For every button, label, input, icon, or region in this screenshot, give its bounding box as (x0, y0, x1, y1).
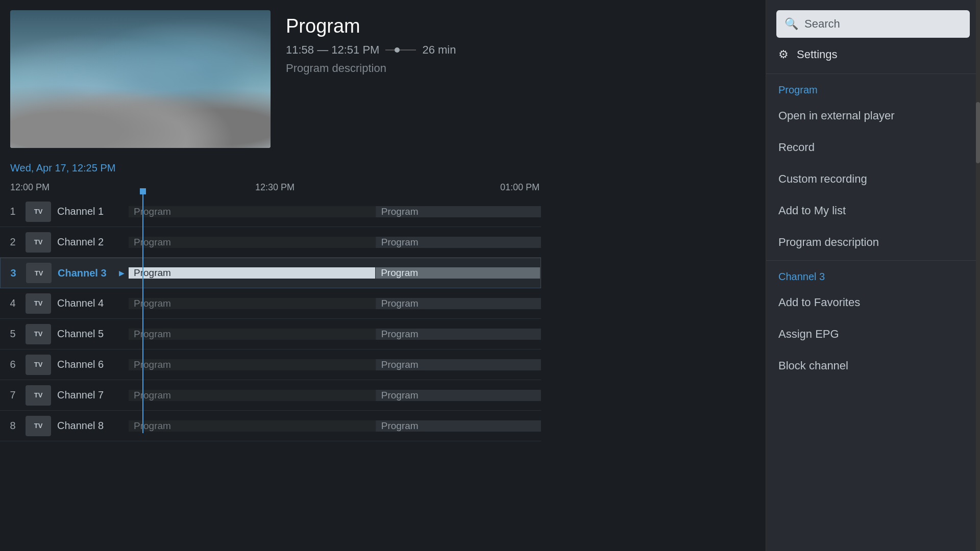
current-time-dot (140, 188, 146, 194)
channel-icon: TV (26, 232, 51, 253)
program-block[interactable]: Program (129, 359, 376, 370)
program-info: Program 11:58 — 12:51 PM 26 min Program … (286, 10, 531, 153)
preview-section: Program 11:58 — 12:51 PM 26 min Program … (0, 0, 541, 158)
context-menu: 🔍 Search ⚙ Settings Program Open in exte… (766, 0, 980, 551)
menu-divider (766, 73, 980, 74)
channel-number: 5 (0, 328, 26, 340)
channel-name: Channel 6 (57, 359, 129, 370)
channel-name: Channel 4 (57, 297, 129, 309)
channel-icon: TV (26, 293, 51, 314)
channel-row[interactable]: 5 TV Channel 5 Program Program (0, 319, 541, 349)
menu-section-program: Program (766, 76, 980, 100)
program-block-active-future[interactable]: Program (376, 267, 541, 279)
channel-number: 2 (0, 236, 26, 248)
search-input-placeholder[interactable]: Search (804, 17, 840, 31)
program-block-active-past[interactable]: Program (129, 267, 376, 279)
time-label-0100: 01:00 PM (500, 182, 540, 193)
channel-name: Channel 1 (57, 206, 129, 217)
menu-item-add-favorites[interactable]: Add to Favorites (766, 287, 980, 318)
play-icon: ▶ (119, 269, 125, 277)
program-title: Program (286, 15, 531, 37)
program-block[interactable]: Program (376, 206, 541, 217)
channel-icon: TV (26, 416, 51, 436)
scrollbar-thumb[interactable] (976, 102, 980, 163)
timeline-row: 12:00 PM 12:30 PM 01:00 PM (10, 178, 541, 196)
active-channel-name: Channel 3 (58, 267, 119, 279)
channel-name: Channel 2 (57, 236, 129, 248)
program-block[interactable]: Program (129, 390, 376, 401)
current-time-indicator (142, 188, 143, 433)
programs-area: Program Program (129, 329, 541, 340)
channel-name: Channel 7 (57, 389, 129, 401)
channel-row[interactable]: 8 TV Channel 8 Program Program (0, 411, 541, 441)
channel-number: 4 (0, 297, 26, 309)
program-block[interactable]: Program (376, 298, 541, 309)
program-block[interactable]: Program (129, 206, 376, 217)
menu-section-channel: Channel 3 (766, 263, 980, 287)
program-block[interactable]: Program (129, 329, 376, 340)
search-box[interactable]: 🔍 Search (776, 10, 970, 38)
main-content: Program 11:58 — 12:51 PM 26 min Program … (0, 0, 541, 551)
channel-row[interactable]: 1 TV Channel 1 Program Program (0, 196, 541, 227)
channel-icon: TV (26, 202, 51, 222)
menu-item-block-channel[interactable]: Block channel (766, 350, 980, 382)
channel-name: Channel 8 (57, 420, 129, 432)
video-thumbnail-image (10, 10, 271, 148)
date-header: Wed, Apr 17, 12:25 PM (0, 158, 541, 178)
duration: 26 min (422, 43, 456, 57)
channel-number: 8 (0, 420, 26, 432)
video-thumbnail[interactable] (10, 10, 271, 148)
channel-row-active[interactable]: 3 TV Channel 3 ▶ Program Program (0, 258, 541, 288)
time-label-1230: 12:30 PM (255, 182, 295, 193)
program-block[interactable]: Program (129, 420, 376, 432)
menu-item-custom-recording[interactable]: Custom recording (766, 163, 980, 195)
menu-item-add-to-my-list[interactable]: Add to My list (766, 195, 980, 227)
menu-divider-2 (766, 260, 980, 261)
channel-number: 6 (0, 359, 26, 370)
channel-row[interactable]: 2 TV Channel 2 Program Program (0, 227, 541, 258)
programs-area: Program Program (129, 206, 541, 217)
time-range: 11:58 — 12:51 PM (286, 43, 379, 57)
programs-area: Program Program (129, 298, 541, 309)
program-block[interactable]: Program (376, 359, 541, 370)
program-description: Program description (286, 62, 531, 75)
channel-number: 3 (1, 267, 26, 279)
channels-container: 1 TV Channel 1 Program Program 2 TV Chan… (0, 196, 541, 441)
search-icon: 🔍 (785, 17, 798, 31)
settings-label: Settings (797, 48, 838, 61)
program-block[interactable]: Program (376, 329, 541, 340)
programs-area: Program Program (129, 420, 541, 432)
gear-icon: ⚙ (778, 48, 789, 61)
settings-item[interactable]: ⚙ Settings (766, 38, 980, 71)
time-separator (385, 49, 416, 51)
program-block[interactable]: Program (129, 237, 376, 248)
channel-row[interactable]: 4 TV Channel 4 Program Program (0, 288, 541, 319)
menu-item-open-external[interactable]: Open in external player (766, 100, 980, 132)
channel-name: Channel 5 (57, 328, 129, 340)
scrollbar-track[interactable] (976, 0, 980, 551)
program-block[interactable]: Program (376, 390, 541, 401)
menu-item-assign-epg[interactable]: Assign EPG (766, 318, 980, 350)
channel-row[interactable]: 6 TV Channel 6 Program Program (0, 349, 541, 380)
time-label-1200: 12:00 PM (10, 182, 50, 193)
programs-area: Program Program (129, 390, 541, 401)
program-block[interactable]: Program (376, 420, 541, 432)
programs-area: Program Program (129, 267, 541, 279)
channel-number: 1 (0, 206, 26, 217)
programs-area: Program Program (129, 237, 541, 248)
epg-section: Wed, Apr 17, 12:25 PM 12:00 PM 12:30 PM … (0, 158, 541, 441)
program-block[interactable]: Program (129, 298, 376, 309)
time-dot (395, 47, 400, 53)
channel-icon: TV (26, 324, 51, 344)
program-block[interactable]: Program (376, 237, 541, 248)
channel-row[interactable]: 7 TV Channel 7 Program Program (0, 380, 541, 411)
channel-icon: TV (26, 355, 51, 375)
menu-item-record[interactable]: Record (766, 132, 980, 163)
channel-icon: TV (26, 385, 51, 406)
channel-number: 7 (0, 389, 26, 401)
programs-area: Program Program (129, 359, 541, 370)
menu-item-program-description[interactable]: Program description (766, 227, 980, 258)
channel-icon: TV (26, 263, 52, 283)
program-time: 11:58 — 12:51 PM 26 min (286, 43, 531, 57)
